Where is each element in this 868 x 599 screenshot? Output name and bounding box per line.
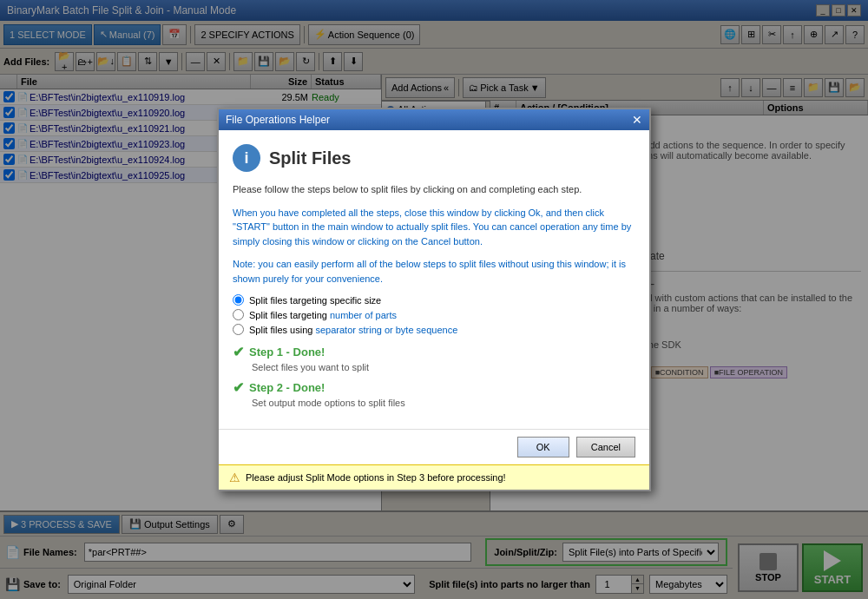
step1-group: ✔ Step 1 - Done! Select files you want t… <box>233 344 635 372</box>
warning-icon: ⚠ <box>229 471 240 484</box>
step2-group: ✔ Step 2 - Done! Set output mode options… <box>233 379 635 408</box>
dialog-close-button[interactable]: ✕ <box>632 113 642 127</box>
step1-header: ✔ Step 1 - Done! <box>233 344 635 360</box>
radio-separator: Split files using separator string or by… <box>233 324 635 335</box>
step1-title: Step 1 - Done! <box>249 346 325 359</box>
step2-header: ✔ Step 2 - Done! <box>233 379 635 396</box>
split-mode-radios: Split files targeting specific size Spli… <box>233 294 635 335</box>
step1-check-icon: ✔ <box>233 344 244 360</box>
dialog-footer: OK Cancel <box>219 429 649 464</box>
dialog-title-text: File Operations Helper <box>226 114 330 126</box>
dialog-title-bar: File Operations Helper ✕ <box>219 109 649 130</box>
warning-bar: ⚠ Please adjust Split Mode options in St… <box>219 464 649 490</box>
step2-title: Step 2 - Done! <box>249 381 325 394</box>
radio-number-parts-input[interactable] <box>233 309 244 320</box>
cancel-button[interactable]: Cancel <box>576 437 635 457</box>
dialog-overlay: File Operations Helper ✕ i Split Files P… <box>0 0 868 599</box>
radio-separator-label: Split files using separator string or by… <box>249 325 457 335</box>
dialog-file-operations: File Operations Helper ✕ i Split Files P… <box>217 108 651 491</box>
ok-button[interactable]: OK <box>517 437 569 457</box>
dialog-note1: When you have completed all the steps, c… <box>233 206 635 249</box>
dialog-content: i Split Files Please follow the steps be… <box>219 130 649 429</box>
radio-specific-size-input[interactable] <box>233 294 244 306</box>
warning-text: Please adjust Split Mode options in Step… <box>246 472 506 483</box>
step2-check-icon: ✔ <box>233 379 244 396</box>
dialog-description: Please follow the steps below to split f… <box>233 182 635 197</box>
radio-specific-size: Split files targeting specific size <box>233 294 635 306</box>
step2-desc: Set output mode options to split files <box>252 398 635 408</box>
info-icon: i <box>233 144 260 172</box>
radio-number-parts: Split files targeting number of parts <box>233 309 635 320</box>
step1-desc: Select files you want to split <box>252 362 635 372</box>
radio-separator-input[interactable] <box>233 324 244 335</box>
dialog-note2: Note: you can easily perform all of the … <box>233 257 635 286</box>
radio-specific-size-label: Split files targeting specific size <box>249 295 381 306</box>
dialog-heading: Split Files <box>269 148 351 168</box>
dialog-header: i Split Files <box>233 144 635 172</box>
radio-number-parts-label: Split files targeting number of parts <box>249 310 397 320</box>
